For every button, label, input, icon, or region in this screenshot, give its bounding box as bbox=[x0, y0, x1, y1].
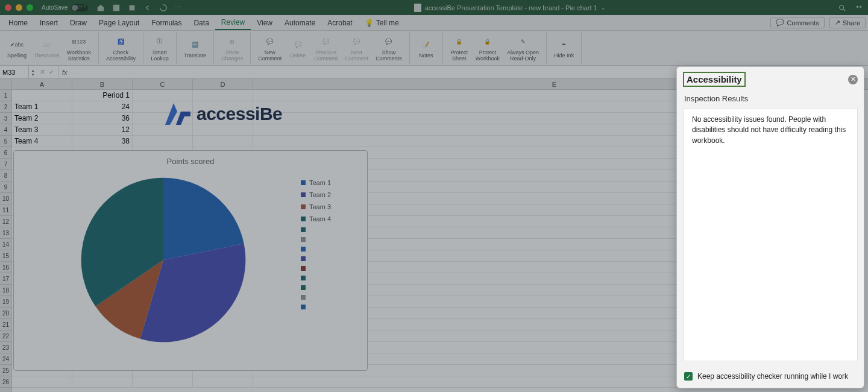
thesaurus-button[interactable]: 📖Thesaurus bbox=[30, 32, 63, 64]
tab-home[interactable]: Home bbox=[2, 16, 34, 30]
close-window-icon[interactable] bbox=[5, 4, 11, 11]
cell[interactable] bbox=[193, 376, 253, 388]
cell[interactable] bbox=[12, 376, 72, 388]
row-header-7[interactable]: 7 bbox=[0, 159, 11, 170]
tab-formulas[interactable]: Formulas bbox=[145, 16, 187, 30]
row-header-6[interactable]: 6 bbox=[0, 147, 11, 159]
undo-icon[interactable] bbox=[143, 4, 152, 12]
save-icon[interactable] bbox=[112, 4, 121, 12]
cell[interactable] bbox=[133, 124, 193, 136]
hide-ink-button[interactable]: ✒Hide Ink bbox=[550, 32, 577, 64]
row-header-13[interactable]: 13 bbox=[0, 227, 11, 239]
minimize-window-icon[interactable] bbox=[16, 4, 22, 11]
tab-page-layout[interactable]: Page Layout bbox=[93, 16, 145, 30]
row-header-1[interactable]: 1 bbox=[0, 90, 11, 101]
cell[interactable] bbox=[133, 90, 193, 101]
row-header-11[interactable]: 11 bbox=[0, 204, 11, 216]
row-header-21[interactable]: 21 bbox=[0, 319, 11, 330]
tab-draw[interactable]: Draw bbox=[64, 16, 93, 30]
tab-data[interactable]: Data bbox=[187, 16, 215, 30]
smart-lookup-button[interactable]: ⓘSmart Lookup bbox=[147, 32, 172, 64]
col-header-b[interactable]: B bbox=[72, 79, 133, 89]
coauthor-icon[interactable] bbox=[855, 4, 863, 12]
cell[interactable]: 36 bbox=[72, 113, 133, 124]
print-icon[interactable] bbox=[128, 4, 136, 12]
col-header-a[interactable]: A bbox=[12, 79, 72, 89]
row-header-9[interactable]: 9 bbox=[0, 182, 11, 193]
previous-comment-button[interactable]: 💬Previous Comment bbox=[310, 32, 341, 64]
row-header-17[interactable]: 17 bbox=[0, 273, 11, 285]
keep-running-checkbox[interactable]: ✓ bbox=[684, 372, 693, 381]
qat-more-icon[interactable]: ⋯ bbox=[175, 4, 181, 12]
cell[interactable]: Team 4 bbox=[12, 136, 72, 147]
row-header-2[interactable]: 2 bbox=[0, 101, 11, 113]
cell[interactable] bbox=[193, 136, 253, 147]
row-header-10[interactable]: 10 bbox=[0, 193, 11, 204]
row-header-24[interactable]: 24 bbox=[0, 353, 11, 365]
share-button[interactable]: ↗ Share bbox=[829, 17, 866, 28]
cell[interactable] bbox=[193, 124, 253, 136]
cell[interactable] bbox=[133, 136, 193, 147]
redo-icon[interactable] bbox=[159, 4, 168, 12]
new-comment-button[interactable]: 💬New Comment bbox=[254, 32, 285, 64]
name-box-down-icon[interactable]: ▾ bbox=[30, 72, 36, 77]
protect-sheet-button[interactable]: 🔒Protect Sheet bbox=[447, 32, 472, 64]
row-header-23[interactable]: 23 bbox=[0, 342, 11, 353]
tab-automate[interactable]: Automate bbox=[278, 16, 321, 30]
maximize-window-icon[interactable] bbox=[27, 4, 33, 11]
row-header-8[interactable]: 8 bbox=[0, 170, 11, 182]
row-header-12[interactable]: 12 bbox=[0, 216, 11, 227]
notes-button[interactable]: 📝Notes bbox=[414, 32, 439, 64]
cell[interactable] bbox=[133, 376, 193, 388]
protect-workbook-button[interactable]: 🔒Protect Workbook bbox=[472, 32, 503, 64]
row-header-19[interactable]: 19 bbox=[0, 296, 11, 308]
select-all-corner[interactable] bbox=[0, 79, 12, 90]
cell[interactable]: 12 bbox=[72, 124, 133, 136]
cell[interactable]: Team 1 bbox=[12, 101, 72, 113]
check-accessibility-button[interactable]: ♿Check Accessibility bbox=[102, 32, 139, 64]
tab-acrobat[interactable]: Acrobat bbox=[321, 16, 358, 30]
home-icon[interactable] bbox=[96, 4, 105, 12]
cell[interactable]: 24 bbox=[72, 101, 133, 113]
cell[interactable] bbox=[12, 90, 72, 101]
translate-button[interactable]: 🔤Translate bbox=[180, 32, 210, 64]
row-header-5[interactable]: 5 bbox=[0, 136, 11, 147]
delete-comment-button[interactable]: 💬Delete bbox=[285, 32, 310, 64]
tab-insert[interactable]: Insert bbox=[34, 16, 64, 30]
search-icon[interactable] bbox=[838, 4, 846, 12]
fx-icon[interactable]: fx bbox=[58, 69, 71, 76]
cancel-formula-icon[interactable]: ✕ bbox=[40, 68, 45, 76]
row-header-20[interactable]: 20 bbox=[0, 308, 11, 319]
always-open-readonly-button[interactable]: ✎Always Open Read-Only bbox=[503, 32, 542, 64]
cell[interactable] bbox=[72, 376, 133, 388]
row-header-15[interactable]: 15 bbox=[0, 250, 11, 262]
col-header-c[interactable]: C bbox=[133, 79, 193, 89]
row-header-25[interactable]: 25 bbox=[0, 365, 11, 376]
tell-me[interactable]: 💡 Tell me bbox=[359, 16, 405, 30]
autosave-switch[interactable]: OFF bbox=[71, 4, 88, 11]
next-comment-button[interactable]: 💬Next Comment bbox=[341, 32, 372, 64]
show-comments-button[interactable]: 💬Show Comments bbox=[372, 32, 406, 64]
cell[interactable]: 38 bbox=[72, 136, 133, 147]
enter-formula-icon[interactable]: ✓ bbox=[49, 68, 54, 76]
row-header-3[interactable]: 3 bbox=[0, 113, 11, 124]
autosave-toggle[interactable]: AutoSave OFF bbox=[42, 4, 88, 11]
cell[interactable]: Period 1 bbox=[72, 90, 133, 101]
close-icon[interactable]: ✕ bbox=[848, 75, 858, 84]
cell[interactable] bbox=[193, 90, 253, 101]
col-header-d[interactable]: D bbox=[193, 79, 253, 89]
name-box-up-icon[interactable]: ▴ bbox=[30, 68, 36, 72]
workbook-statistics-button[interactable]: ⊞123Workbook Statistics bbox=[63, 32, 95, 64]
tab-view[interactable]: View bbox=[251, 16, 278, 30]
comments-button[interactable]: 💬 Comments bbox=[770, 17, 824, 28]
spelling-button[interactable]: ✔abcSpelling bbox=[4, 32, 30, 64]
row-header-4[interactable]: 4 bbox=[0, 124, 11, 136]
row-header-26[interactable]: 26 bbox=[0, 376, 11, 388]
row-header-16[interactable]: 16 bbox=[0, 262, 11, 273]
pie-chart-object[interactable]: Points scored Team 1Team 2Team 3Team 4 bbox=[13, 150, 368, 371]
row-header-22[interactable]: 22 bbox=[0, 330, 11, 342]
row-header-18[interactable]: 18 bbox=[0, 285, 11, 296]
cell[interactable]: Team 3 bbox=[12, 124, 72, 136]
name-box[interactable]: M33 bbox=[0, 66, 29, 78]
tab-review[interactable]: Review bbox=[215, 16, 251, 30]
